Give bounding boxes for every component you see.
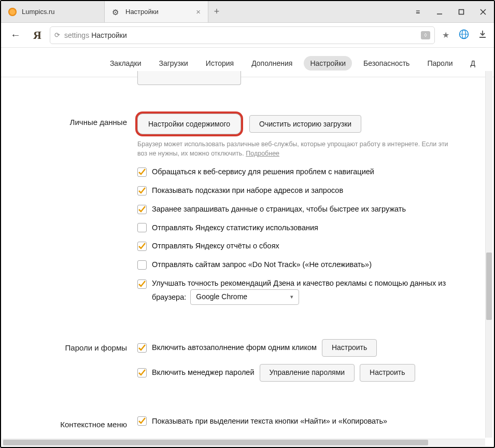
download-icon[interactable] (476, 28, 489, 43)
checkbox[interactable] (137, 167, 147, 177)
checkbox[interactable] (137, 343, 147, 353)
section-personal-data: Личные данные Настройки содержимого Очис… (26, 87, 485, 312)
clear-download-history-button[interactable]: Очистить историю загрузки (249, 115, 361, 133)
check-nav-errors: Обращаться к веб-сервису для решения про… (137, 166, 485, 178)
manage-passwords-button[interactable]: Управление паролями (260, 364, 355, 382)
checkbox[interactable] (137, 223, 147, 232)
horizontal-scrollbar[interactable] (2, 439, 485, 446)
section-context-menu: Контекстное меню Показывать при выделени… (26, 389, 485, 435)
checkbox[interactable] (137, 416, 147, 426)
content-settings-button[interactable]: Настройки содержимого (137, 114, 241, 134)
yandex-logo-icon[interactable]: Я (30, 29, 45, 42)
vertical-scrollbar[interactable] (485, 71, 492, 438)
close-button[interactable] (472, 1, 494, 23)
learn-more-link[interactable]: Подробнее (246, 150, 279, 157)
tab-close-icon[interactable]: × (196, 7, 201, 16)
checkbox[interactable] (137, 279, 147, 289)
topnav-more[interactable]: Д (464, 56, 482, 71)
globe-icon[interactable] (457, 27, 471, 44)
checkbox[interactable] (137, 368, 147, 377)
topnav-settings[interactable]: Настройки (304, 56, 352, 71)
checkbox[interactable] (137, 186, 147, 195)
topnav-downloads[interactable]: Загрузки (152, 56, 194, 71)
check-zen-accuracy: Улучшать точность рекомендаций Дзена и к… (137, 278, 485, 305)
tab-lumpics[interactable]: Lumpics.ru (1, 1, 105, 22)
section-title: Личные данные (26, 114, 137, 312)
check-crash-reports: Отправлять Яндексу отчёты о сбоях (137, 241, 485, 252)
check-do-not-track: Отправлять сайтам запрос «Do Not Track» … (137, 259, 485, 271)
omnibox[interactable]: ⟳ settings Настройки ◊ (50, 26, 435, 44)
gear-favicon-icon: ⚙ (112, 8, 120, 16)
scrollbar-thumb[interactable] (3, 440, 428, 445)
section-passwords-forms: Пароли и формы Включить автозаполнение ф… (26, 312, 485, 389)
chevron-down-icon: ▾ (290, 292, 293, 301)
helper-text: Браузер может использовать различные веб… (137, 139, 459, 158)
topnav-history[interactable]: История (200, 56, 240, 71)
topnav-security[interactable]: Безопасность (357, 56, 416, 71)
topnav-bookmarks[interactable]: Закладки (104, 56, 148, 71)
check-suggestions: Показывать подсказки при наборе адресов … (137, 185, 485, 197)
check-usage-stats: Отправлять Яндексу статистику использова… (137, 222, 485, 234)
url-path: settings (64, 31, 89, 39)
check-selection-buttons: Показывать при выделении текста кнопки «… (137, 416, 485, 427)
scrollbar-thumb[interactable] (486, 253, 492, 320)
topnav-addons[interactable]: Дополнения (245, 56, 299, 71)
tab-title: Lumpics.ru (22, 8, 97, 16)
autofill-configure-button[interactable]: Настроить (322, 339, 377, 357)
back-button[interactable]: ← (6, 26, 25, 44)
browser-select[interactable]: Google Chrome ▾ (190, 289, 299, 305)
checkbox[interactable] (137, 205, 147, 214)
protect-badge-icon[interactable]: ◊ (421, 31, 430, 39)
checkbox[interactable] (137, 260, 147, 270)
menu-button[interactable]: ≡ (407, 1, 429, 23)
truncated-button[interactable] (137, 71, 241, 85)
check-autofill: Включить автозаполнение форм одним клико… (137, 339, 485, 357)
lumpics-favicon-icon (8, 8, 17, 16)
topnav-passwords[interactable]: Пароли (421, 56, 459, 71)
tab-settings[interactable]: ⚙ Настройки × (105, 1, 208, 22)
checkbox[interactable] (137, 242, 147, 251)
content-viewport: Личные данные Настройки содержимого Очис… (1, 71, 494, 439)
settings-content: Личные данные Настройки содержимого Очис… (1, 71, 494, 439)
url-title: Настройки (91, 31, 127, 39)
address-bar: ← Я ⟳ settings Настройки ◊ ★ (1, 23, 494, 48)
passwords-configure-button[interactable]: Настроить (360, 364, 415, 382)
section-title: Пароли и формы (26, 339, 137, 389)
maximize-button[interactable] (450, 1, 472, 23)
section-title: Контекстное меню (26, 416, 137, 435)
tab-title: Настройки (125, 8, 193, 16)
new-tab-button[interactable]: + (208, 1, 225, 22)
window-controls: ≡ (407, 1, 494, 22)
check-password-manager: Включить менеджер паролей Управление пар… (137, 364, 485, 382)
reload-icon[interactable]: ⟳ (54, 31, 60, 39)
check-prefetch: Заранее запрашивать данные о страницах, … (137, 204, 485, 215)
svg-rect-1 (459, 9, 464, 14)
minimize-button[interactable] (429, 1, 450, 23)
titlebar: Lumpics.ru ⚙ Настройки × + ≡ (1, 1, 494, 23)
bookmark-star-icon[interactable]: ★ (440, 28, 451, 42)
